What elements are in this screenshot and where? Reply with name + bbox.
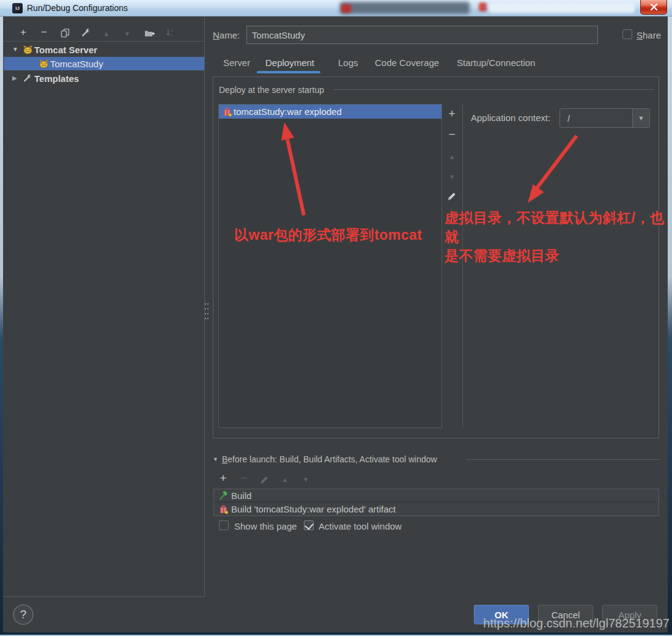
- copy-configuration-button[interactable]: [59, 27, 71, 39]
- activate-tool-window-checkbox[interactable]: [304, 520, 314, 530]
- window-frame-bottom: [0, 632, 672, 636]
- application-context-label: Application context:: [471, 113, 550, 123]
- sort-configurations-icon[interactable]: az: [164, 27, 176, 39]
- wrench-icon: [21, 73, 34, 83]
- name-input[interactable]: [246, 26, 598, 44]
- window-title: Run/Debug Configurations: [27, 3, 128, 13]
- annotation-deploy-text: 以war包的形式部署到tomcat: [234, 226, 423, 245]
- remove-task-button[interactable]: −: [238, 472, 250, 484]
- deploy-section-title: Deploy at the server startup: [219, 85, 324, 95]
- window-frame-left: [0, 17, 3, 636]
- redacted-blur: [479, 2, 487, 12]
- intellij-logo-icon: IJ: [12, 3, 23, 13]
- show-this-page-checkbox[interactable]: [219, 520, 229, 530]
- sidebar-toolbar-divider: [3, 41, 205, 42]
- deploy-artifact-label: tomcatStudy:war exploded: [234, 106, 342, 117]
- before-launch-header[interactable]: ▼ Before launch: Build, Build Artifacts,…: [213, 454, 437, 464]
- add-task-button[interactable]: +: [217, 472, 229, 484]
- task-label: Build: [231, 490, 251, 501]
- redacted-blur: [489, 3, 635, 13]
- window-frame-right: [668, 17, 672, 636]
- move-task-up-button[interactable]: ▲: [279, 473, 291, 486]
- activate-tool-window-label[interactable]: Activate tool window: [319, 521, 402, 531]
- application-context-combobox[interactable]: / ▼: [559, 108, 650, 128]
- expanded-arrow-icon[interactable]: ▼: [12, 46, 21, 53]
- share-checkbox[interactable]: [622, 29, 632, 39]
- svg-text:a: a: [171, 29, 173, 32]
- move-up-button[interactable]: ▲: [100, 28, 113, 40]
- question-mark-icon: ?: [20, 608, 27, 621]
- section-divider: [333, 89, 654, 90]
- move-artifact-up-button[interactable]: ▲: [446, 150, 458, 163]
- edit-task-pencil-button[interactable]: [258, 473, 270, 486]
- remove-configuration-button[interactable]: −: [38, 26, 50, 39]
- application-context-value: /: [560, 109, 632, 127]
- close-icon: [650, 4, 658, 10]
- show-this-page-label[interactable]: Show this page: [234, 521, 297, 531]
- move-artifact-down-button[interactable]: ▼: [446, 171, 458, 183]
- edit-defaults-button[interactable]: [79, 26, 92, 39]
- run-debug-configurations-dialog: IJ Run/Debug Configurations + − ▲ ▼ az ▼…: [0, 0, 672, 636]
- add-artifact-button[interactable]: +: [446, 108, 458, 120]
- tree-item-label: Tomcat Server: [34, 45, 97, 55]
- edit-artifact-pencil-button[interactable]: [446, 190, 458, 202]
- redacted-blur: [341, 4, 351, 13]
- new-folder-button[interactable]: [143, 27, 155, 39]
- tab-server[interactable]: Server: [223, 57, 250, 68]
- move-down-button[interactable]: ▼: [121, 28, 133, 40]
- configurations-sidebar: [3, 17, 205, 597]
- expanded-arrow-icon[interactable]: ▼: [213, 457, 218, 462]
- task-row-build[interactable]: Build: [214, 489, 659, 502]
- tab-deployment[interactable]: Deployment: [265, 57, 314, 68]
- tab-startup-connection[interactable]: Startup/Connection: [457, 57, 535, 68]
- tree-item-tomcatstudy[interactable]: TomcatStudy: [4, 57, 204, 70]
- svg-text:z: z: [171, 34, 172, 37]
- remove-artifact-button[interactable]: −: [446, 128, 458, 141]
- selected-tab-underline: [257, 71, 320, 73]
- tomcat-icon: [37, 59, 50, 68]
- tree-item-templates[interactable]: ▶ Templates: [4, 72, 204, 85]
- titlebar[interactable]: IJ Run/Debug Configurations: [0, 0, 672, 17]
- toolbar-divider: [462, 104, 463, 428]
- collapsed-arrow-icon[interactable]: ▶: [12, 75, 21, 81]
- move-task-down-button[interactable]: ▼: [300, 473, 312, 486]
- share-label[interactable]: Share: [637, 30, 661, 40]
- tree-item-label: TomcatStudy: [50, 59, 103, 69]
- tab-logs[interactable]: Logs: [338, 57, 358, 68]
- deploy-artifact-row[interactable]: tomcatStudy:war exploded: [219, 105, 441, 119]
- name-label: Name:: [213, 30, 240, 40]
- task-row-build-artifact[interactable]: Build 'tomcatStudy:war exploded' artifac…: [214, 503, 659, 516]
- artifact-icon: [216, 505, 231, 514]
- annotation-context-text: 虚拟目录，不设置默认为斜杠/，也就 是不需要虚拟目录: [445, 209, 672, 265]
- section-divider: [466, 459, 659, 460]
- tab-code-coverage[interactable]: Code Coverage: [375, 57, 439, 68]
- hammer-icon: [216, 490, 231, 500]
- artifact-icon: [219, 107, 234, 117]
- task-label: Build 'tomcatStudy:war exploded' artifac…: [231, 504, 396, 514]
- help-button[interactable]: ?: [13, 604, 34, 625]
- csdn-watermark: https://blog.csdn.net/lgl782519197: [483, 616, 670, 630]
- chevron-down-icon[interactable]: ▼: [632, 109, 649, 127]
- tree-item-label: Templates: [34, 73, 79, 84]
- deploy-artifacts-list[interactable]: [218, 104, 442, 428]
- close-button[interactable]: [640, 0, 667, 15]
- add-configuration-button[interactable]: +: [17, 26, 29, 39]
- sidebar-splitter-handle[interactable]: [204, 303, 209, 319]
- tree-item-tomcat-server[interactable]: ▼ Tomcat Server: [4, 43, 204, 56]
- redacted-blur: [340, 2, 470, 14]
- tomcat-icon: [21, 45, 34, 54]
